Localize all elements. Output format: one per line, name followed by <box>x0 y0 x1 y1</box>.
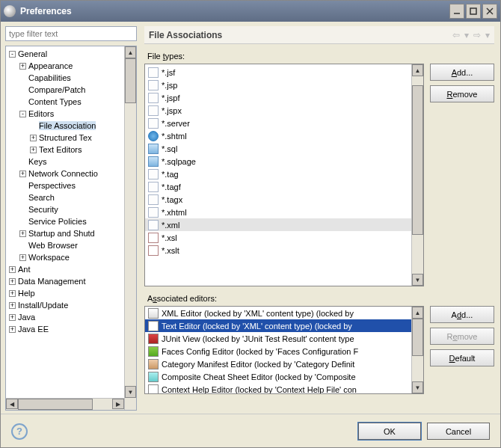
file-icon <box>148 245 159 256</box>
add-file-type-button[interactable]: Add... <box>430 64 494 81</box>
tree-item[interactable]: -Editors <box>6 108 136 120</box>
editor-item[interactable]: XML Editor (locked by 'XML' content type… <box>145 307 423 319</box>
tree-item[interactable]: Search <box>6 191 136 203</box>
file-type-item[interactable]: *.sqlpage <box>145 155 423 168</box>
editor-item[interactable]: JUnit View (locked by 'JUnit Test Result… <box>145 332 423 345</box>
tree-item[interactable]: Perspectives <box>6 179 136 191</box>
editor-item[interactable]: Composite Cheat Sheet Editor (locked by … <box>145 370 423 383</box>
file-types-list[interactable]: *.jsf*.jsp*.jspf*.jspx*.server*.shtml*.s… <box>144 64 424 286</box>
file-type-item[interactable]: *.xslt <box>145 244 423 257</box>
file-type-item[interactable]: *.tag <box>145 168 423 180</box>
ok-button[interactable]: OK <box>358 423 421 440</box>
tree-item-label: Service Policies <box>28 217 87 226</box>
nav-forward-icon[interactable]: ⇨ <box>473 30 481 40</box>
tree-item[interactable]: +Data Management <box>6 275 136 287</box>
file-type-item[interactable]: *.sql <box>145 142 423 155</box>
tree-item[interactable]: +Structured Tex <box>6 132 136 144</box>
associated-editors-list[interactable]: XML Editor (locked by 'XML' content type… <box>144 306 424 394</box>
preferences-tree[interactable]: -General+AppearanceCapabilitiesCompare/P… <box>6 46 136 337</box>
tree-item[interactable]: +Ant <box>6 263 136 275</box>
tree-item-label: Editors <box>28 109 54 118</box>
tree-item[interactable]: +Help <box>6 287 136 299</box>
tree-item[interactable]: Capabilities <box>6 72 136 84</box>
file-type-item[interactable]: *.jsp <box>145 79 423 91</box>
nav-back-menu-icon[interactable]: ▾ <box>464 30 469 40</box>
tree-item[interactable]: +Install/Update <box>6 299 136 311</box>
expand-icon[interactable]: + <box>30 147 37 153</box>
file-type-item[interactable]: *.shtml <box>145 129 423 142</box>
tree-item[interactable]: +Text Editors <box>6 144 136 156</box>
tree-item[interactable]: Service Policies <box>6 215 136 227</box>
file-type-item[interactable]: *.jspx <box>145 104 423 117</box>
tree-item[interactable]: File Association <box>6 120 136 132</box>
file-type-label: *.jspf <box>162 93 179 102</box>
expand-icon[interactable]: + <box>19 171 26 177</box>
file-type-item[interactable]: *.xsl <box>145 231 423 244</box>
add-editor-button[interactable]: Add... <box>430 306 494 323</box>
file-type-item[interactable]: *.xhtml <box>145 206 423 218</box>
editor-item[interactable]: Context Help Editor (locked by 'Context … <box>145 383 423 394</box>
file-type-item[interactable]: *.jspf <box>145 91 423 104</box>
editor-item[interactable]: Faces Config Editor (locked by 'Faces Co… <box>145 345 423 358</box>
file-type-item[interactable]: *.xml <box>145 218 423 231</box>
tree-item[interactable]: Keys <box>6 156 136 168</box>
expand-icon[interactable]: + <box>30 135 37 141</box>
tree-item-label: Network Connectio <box>28 169 98 178</box>
remove-editor-button[interactable]: Remove <box>430 328 494 345</box>
cancel-button[interactable]: Cancel <box>427 423 490 440</box>
file-type-label: *.shtml <box>162 132 187 141</box>
tree-item[interactable]: -General <box>6 48 136 60</box>
tree-item[interactable]: +Java EE <box>6 323 136 335</box>
tree-item[interactable]: +Network Connectio <box>6 168 136 179</box>
file-type-label: *.xslt <box>162 246 179 255</box>
expand-icon[interactable]: + <box>9 314 16 321</box>
tree-item[interactable]: Web Browser <box>6 239 136 251</box>
associated-editors-label: Associated editors: <box>147 294 494 303</box>
tree-item-label: Compare/Patch <box>28 85 85 94</box>
nav-forward-menu-icon[interactable]: ▾ <box>485 30 490 40</box>
expand-icon[interactable]: + <box>19 254 26 261</box>
expand-icon[interactable]: + <box>9 326 16 333</box>
tree-item[interactable]: +Startup and Shutd <box>6 227 136 239</box>
editor-item[interactable]: Text Editor (locked by 'XML' content typ… <box>145 319 423 332</box>
expand-icon[interactable]: + <box>19 230 26 237</box>
file-icon <box>148 118 159 129</box>
tree-item[interactable]: Security <box>6 203 136 215</box>
tree-vertical-scrollbar[interactable]: ▲ ▼ <box>124 46 136 410</box>
maximize-button[interactable] <box>466 4 481 19</box>
help-button[interactable]: ? <box>11 423 28 440</box>
editor-icon <box>148 321 159 331</box>
file-type-item[interactable]: *.tagf <box>145 180 423 193</box>
minimize-button[interactable] <box>449 4 464 19</box>
tree-item[interactable]: Content Types <box>6 96 136 108</box>
editor-item[interactable]: Category Manifest Editor (locked by 'Cat… <box>145 358 423 370</box>
expand-icon[interactable]: + <box>9 266 16 273</box>
tree-item-label: Structured Tex <box>39 133 92 142</box>
expand-icon[interactable]: + <box>9 302 16 309</box>
editor-icon <box>148 308 159 319</box>
close-button[interactable] <box>482 4 497 19</box>
file-type-item[interactable]: *.jsf <box>145 66 423 79</box>
nav-back-icon[interactable]: ⇦ <box>452 30 460 40</box>
expand-icon[interactable]: + <box>19 63 26 70</box>
editors-scrollbar[interactable]: ▲ ▼ <box>411 307 423 393</box>
collapse-icon[interactable]: - <box>9 51 16 58</box>
file-type-item[interactable]: *.server <box>145 117 423 129</box>
nav-arrows: ⇦ ▾ ⇨ ▾ <box>452 30 490 40</box>
default-editor-button[interactable]: Default <box>430 349 494 366</box>
file-type-label: *.tagf <box>162 182 181 191</box>
filter-input[interactable] <box>5 26 137 41</box>
tree-item[interactable]: Compare/Patch <box>6 84 136 96</box>
file-types-scrollbar[interactable]: ▲ ▼ <box>411 64 423 286</box>
tree-item[interactable]: +Workspace <box>6 251 136 263</box>
tree-item[interactable]: +Java <box>6 311 136 323</box>
remove-file-type-button[interactable]: Remove <box>430 85 494 102</box>
expand-icon[interactable]: + <box>9 278 16 285</box>
tree-item-label: Text Editors <box>39 145 82 154</box>
svg-rect-1 <box>470 8 476 14</box>
file-type-item[interactable]: *.tagx <box>145 193 423 206</box>
expand-icon[interactable]: + <box>9 290 16 297</box>
tree-item[interactable]: +Appearance <box>6 60 136 72</box>
tree-horizontal-scrollbar[interactable]: ◀ ▶ <box>6 398 124 410</box>
collapse-icon[interactable]: - <box>19 111 26 117</box>
